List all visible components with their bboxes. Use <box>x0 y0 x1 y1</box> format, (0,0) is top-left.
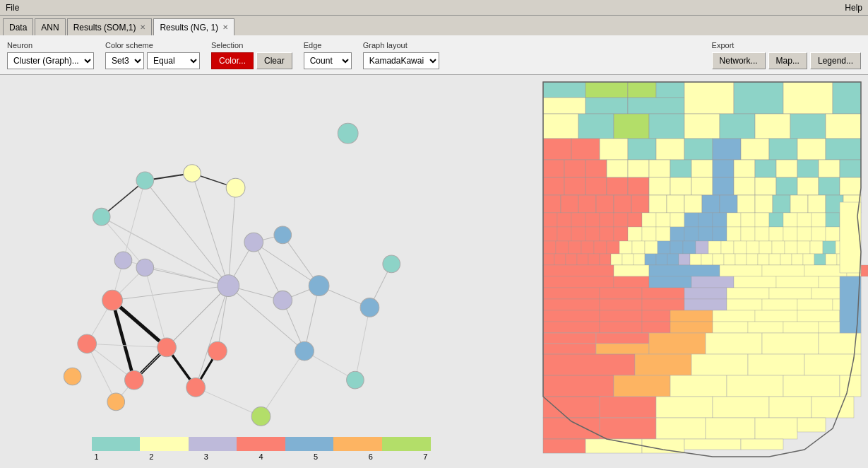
svg-rect-289 <box>797 310 840 322</box>
svg-rect-283 <box>543 310 600 322</box>
tab-ng-close[interactable]: ✕ <box>222 23 228 31</box>
svg-rect-105 <box>826 139 861 160</box>
svg-rect-207 <box>632 241 645 254</box>
svg-rect-135 <box>840 177 861 195</box>
svg-rect-89 <box>649 114 684 139</box>
svg-rect-197 <box>826 227 840 241</box>
svg-rect-101 <box>713 139 741 160</box>
map-area[interactable] <box>522 75 868 468</box>
tab-som[interactable]: Results (SOM,1) ✕ <box>67 18 153 35</box>
svg-rect-300 <box>543 333 596 344</box>
svg-rect-311 <box>748 354 804 375</box>
tab-som-close[interactable]: ✕ <box>140 23 145 31</box>
toolbar: Neuron Cluster (Graph)... Color scheme S… <box>0 35 868 75</box>
svg-rect-317 <box>783 375 840 397</box>
svg-rect-120 <box>840 160 861 177</box>
graph-svg <box>0 75 522 431</box>
svg-rect-258 <box>762 265 804 276</box>
svg-rect-90 <box>684 114 720 139</box>
legend-label-5: 5 <box>314 452 318 461</box>
svg-rect-241 <box>724 254 735 265</box>
svg-rect-278 <box>684 299 727 310</box>
svg-rect-221 <box>810 241 823 254</box>
svg-point-64 <box>274 226 292 244</box>
svg-point-59 <box>114 252 132 269</box>
svg-rect-226 <box>554 254 566 265</box>
graph-layout-select[interactable]: KamadaKawai Spring Circular <box>363 52 439 69</box>
legend-seg-4 <box>237 437 285 451</box>
svg-rect-291 <box>543 322 600 333</box>
tab-data[interactable]: Data <box>3 18 33 35</box>
clear-button[interactable]: Clear <box>256 52 292 69</box>
svg-rect-141 <box>631 195 649 213</box>
legend-label-6: 6 <box>369 452 373 461</box>
svg-point-67 <box>295 341 314 361</box>
svg-rect-182 <box>614 227 628 241</box>
menu-file[interactable]: File <box>6 3 19 13</box>
svg-rect-322 <box>713 397 769 418</box>
svg-point-70 <box>347 371 364 389</box>
svg-rect-122 <box>564 177 585 195</box>
svg-rect-286 <box>670 310 713 322</box>
svg-rect-285 <box>642 310 670 322</box>
svg-rect-103 <box>769 139 797 160</box>
svg-rect-236 <box>667 254 679 265</box>
legend-labels: 1 2 3 4 5 6 7 <box>92 452 431 461</box>
svg-rect-187 <box>684 227 698 241</box>
svg-rect-189 <box>713 227 727 241</box>
svg-rect-147 <box>737 195 755 213</box>
svg-rect-327 <box>656 418 706 439</box>
svg-rect-125 <box>628 177 649 195</box>
graph-canvas[interactable] <box>0 75 522 431</box>
neuron-select[interactable]: Cluster (Graph)... <box>7 52 94 69</box>
tab-bar: Data ANN Results (SOM,1) ✕ Results (NG, … <box>0 16 868 35</box>
svg-rect-171 <box>783 213 797 227</box>
svg-rect-104 <box>797 139 826 160</box>
svg-rect-168 <box>741 213 755 227</box>
svg-rect-161 <box>642 213 656 227</box>
svg-rect-145 <box>702 195 720 213</box>
color-scheme-select[interactable]: Set3 Set1 Set2 <box>105 52 144 69</box>
svg-point-54 <box>125 370 144 390</box>
svg-rect-269 <box>600 288 642 299</box>
svg-rect-310 <box>691 354 748 375</box>
svg-rect-273 <box>769 288 811 299</box>
svg-rect-210 <box>670 241 683 254</box>
svg-rect-331 <box>543 439 585 453</box>
svg-rect-127 <box>670 177 691 195</box>
export-legend-button[interactable]: Legend... <box>810 52 861 69</box>
svg-rect-305 <box>706 333 762 354</box>
svg-rect-186 <box>670 227 684 241</box>
svg-rect-92 <box>755 114 790 139</box>
svg-rect-158 <box>600 213 614 227</box>
equal-select[interactable]: Equal Quantile <box>147 52 200 69</box>
svg-rect-108 <box>585 160 607 177</box>
svg-rect-160 <box>628 213 642 227</box>
color-scheme-group: Color scheme Set3 Set1 Set2 Equal Quanti… <box>105 41 200 69</box>
svg-rect-326 <box>600 418 656 439</box>
export-network-button[interactable]: Network... <box>712 52 766 69</box>
export-label: Export <box>712 41 861 49</box>
graph-layout-label: Graph layout <box>363 41 439 49</box>
graph-layout-group: Graph layout KamadaKawai Spring Circular <box>363 41 439 69</box>
svg-rect-256 <box>649 265 720 276</box>
svg-rect-218 <box>772 241 785 254</box>
export-map-button[interactable]: Map... <box>768 52 807 69</box>
color-button[interactable]: Color... <box>211 52 254 69</box>
svg-rect-126 <box>649 177 670 195</box>
svg-rect-83 <box>734 82 783 114</box>
tab-ann[interactable]: ANN <box>35 18 65 35</box>
svg-rect-116 <box>755 160 776 177</box>
menu-help[interactable]: Help <box>845 3 862 13</box>
edge-select[interactable]: Count Weight None <box>304 52 352 69</box>
svg-rect-93 <box>790 114 826 139</box>
svg-rect-185 <box>656 227 670 241</box>
tab-ng[interactable]: Results (NG, 1) ✕ <box>153 18 234 35</box>
svg-rect-94 <box>826 114 861 139</box>
svg-rect-162 <box>656 213 670 227</box>
svg-rect-144 <box>684 195 702 213</box>
svg-rect-315 <box>670 375 727 397</box>
svg-rect-84 <box>783 82 833 114</box>
svg-rect-117 <box>776 160 797 177</box>
svg-rect-204 <box>594 241 607 254</box>
